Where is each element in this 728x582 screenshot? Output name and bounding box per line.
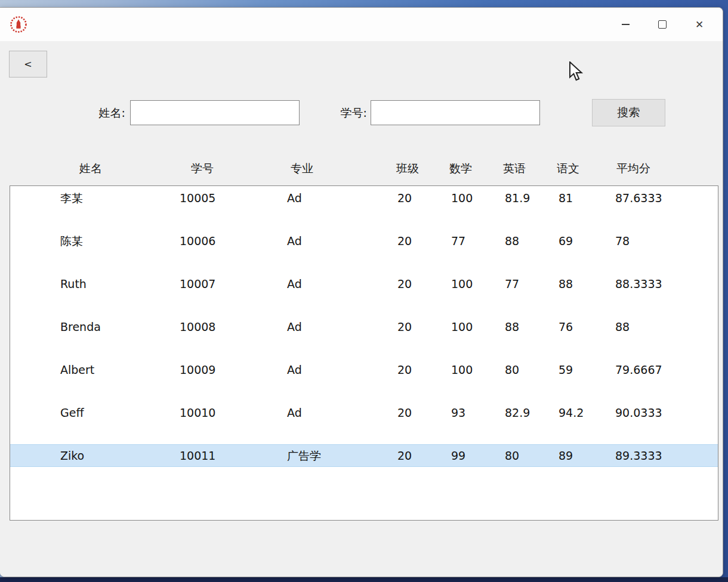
table-cell: 89 xyxy=(559,445,573,466)
table-cell: 10010 xyxy=(180,402,215,423)
column-header: 英语 xyxy=(503,159,526,177)
client-area: < 姓名: 学号: 搜索 姓名学号专业班级数学英语语文平均分 李某10005Ad… xyxy=(0,41,723,577)
table-cell: 100 xyxy=(451,187,473,209)
table-cell: 10009 xyxy=(180,359,215,380)
table-cell: 88.3333 xyxy=(615,273,662,295)
table-row-slot: Geff10010Ad209382.994.290.0333 xyxy=(10,402,718,445)
student-id-label: 学号: xyxy=(324,104,367,121)
table-row-selected[interactable]: Ziko10011广告学2099808989.3333 xyxy=(10,444,718,467)
table-cell: 76 xyxy=(559,316,573,338)
table-row[interactable]: 李某10005Ad2010081.98187.6333 xyxy=(10,187,718,209)
table-row-slot: Ziko10011广告学2099808989.3333 xyxy=(10,444,718,487)
column-header: 姓名 xyxy=(79,159,102,177)
table-cell: 90.0333 xyxy=(615,402,662,423)
table-cell: 20 xyxy=(397,273,412,295)
table-row-slot: Albert10009Ad20100805979.6667 xyxy=(10,359,718,402)
table-cell: Ad xyxy=(287,316,302,338)
table-cell: 77 xyxy=(451,230,465,252)
table-cell: 99 xyxy=(451,445,465,466)
student-id-input[interactable] xyxy=(371,100,540,125)
table-row[interactable]: 陈某10006Ad2077886978 xyxy=(10,230,718,252)
table-cell: 20 xyxy=(397,187,412,209)
table-row[interactable]: Brenda10008Ad20100887688 xyxy=(10,316,718,338)
titlebar[interactable]: ✕ xyxy=(0,8,723,41)
table-cell: 89.3333 xyxy=(615,445,662,466)
table-cell: 77 xyxy=(505,273,519,295)
table-cell: 10005 xyxy=(180,187,215,209)
table-cell: 20 xyxy=(397,359,412,380)
table-cell: 10006 xyxy=(180,230,215,252)
maximize-icon xyxy=(658,20,667,29)
name-input[interactable] xyxy=(130,100,300,125)
table-cell: 87.6333 xyxy=(615,187,662,209)
table-cell: 100 xyxy=(451,316,473,338)
table-row[interactable]: Ruth10007Ad20100778888.3333 xyxy=(10,273,718,295)
table-cell: 88 xyxy=(505,316,519,338)
table-row-slot: Ruth10007Ad20100778888.3333 xyxy=(10,273,718,316)
table-cell: Brenda xyxy=(60,316,101,338)
close-button[interactable]: ✕ xyxy=(681,12,718,37)
table-cell: Ziko xyxy=(60,445,84,466)
minimize-button[interactable] xyxy=(607,12,644,37)
maximize-button[interactable] xyxy=(644,12,681,37)
table-cell: 10007 xyxy=(180,273,215,295)
table-row-slot: Brenda10008Ad20100887688 xyxy=(10,316,718,359)
table-cell: Ad xyxy=(287,230,302,252)
table-cell: 陈某 xyxy=(60,230,83,252)
table-cell: 78 xyxy=(615,230,630,252)
student-table[interactable]: 李某10005Ad2010081.98187.6333陈某10006Ad2077… xyxy=(10,185,718,521)
table-cell: 100 xyxy=(451,273,473,295)
column-header: 语文 xyxy=(557,159,579,177)
table-cell: 81.9 xyxy=(505,187,530,209)
table-cell: 59 xyxy=(559,359,573,380)
table-row[interactable]: Albert10009Ad20100805979.6667 xyxy=(10,359,718,380)
app-window: ✕ < 姓名: 学号: 搜索 姓名学号专业班级数学英语语文平均分 李某10005… xyxy=(0,7,723,577)
table-cell: 80 xyxy=(505,445,519,466)
table-cell: 94.2 xyxy=(559,402,584,423)
taskbar-strip xyxy=(0,577,728,582)
table-row[interactable]: Geff10010Ad209382.994.290.0333 xyxy=(10,402,718,423)
window-controls: ✕ xyxy=(607,12,718,37)
table-cell: 93 xyxy=(451,402,465,423)
table-row-slot: 李某10005Ad2010081.98187.6333 xyxy=(10,187,718,230)
table-row-slot: 陈某10006Ad2077886978 xyxy=(10,230,718,273)
table-cell: 81 xyxy=(559,187,573,209)
table-cell: 100 xyxy=(451,359,473,380)
table-cell: 79.6667 xyxy=(615,359,662,380)
back-button[interactable]: < xyxy=(9,51,47,78)
name-label: 姓名: xyxy=(82,104,125,121)
table-cell: 10011 xyxy=(180,445,215,466)
table-cell: 20 xyxy=(397,316,412,338)
table-cell: 88 xyxy=(559,273,573,295)
table-cell: 69 xyxy=(559,230,573,252)
column-header: 班级 xyxy=(396,159,419,177)
table-cell: 李某 xyxy=(60,187,83,209)
table-cell: 20 xyxy=(397,445,412,466)
column-header: 数学 xyxy=(449,159,472,177)
table-cell: 88 xyxy=(615,316,630,338)
table-cell: Ad xyxy=(287,359,302,380)
table-cell: Ruth xyxy=(60,273,87,295)
table-cell: Geff xyxy=(60,402,84,423)
column-header: 学号 xyxy=(191,159,214,177)
table-cell: Ad xyxy=(287,402,302,423)
table-cell: 10008 xyxy=(180,316,215,338)
search-button[interactable]: 搜索 xyxy=(592,99,665,126)
table-cell: Ad xyxy=(287,187,302,209)
minimize-icon xyxy=(622,24,630,25)
column-header: 专业 xyxy=(291,159,313,177)
column-header: 平均分 xyxy=(616,159,650,177)
table-cell: 82.9 xyxy=(505,402,530,423)
table-cell: Albert xyxy=(60,359,94,380)
table-cell: 88 xyxy=(505,230,519,252)
table-cell: 广告学 xyxy=(287,445,321,466)
table-header-row: 姓名学号专业班级数学英语语文平均分 xyxy=(0,159,723,177)
app-icon xyxy=(10,16,27,33)
table-cell: Ad xyxy=(287,273,302,295)
table-cell: 20 xyxy=(397,230,412,252)
table-cell: 20 xyxy=(397,402,412,423)
table-cell: 80 xyxy=(505,359,519,380)
close-icon: ✕ xyxy=(695,20,704,30)
